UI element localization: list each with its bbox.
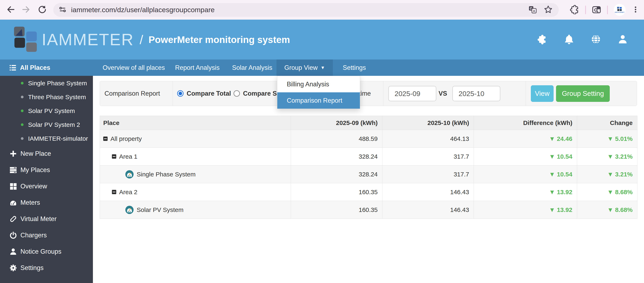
- panel-divider: [383, 81, 384, 106]
- dropdown-item-billing-analysis[interactable]: Billing Analysis: [277, 76, 360, 92]
- caret-down-icon: ▼: [320, 65, 325, 71]
- table-row: Single Phase System 328.24 317.7 ▼ 10.54…: [100, 165, 637, 183]
- extensions-icon[interactable]: [570, 5, 579, 15]
- value-period2: 464.13: [382, 130, 474, 147]
- value-period1: 488.59: [291, 130, 382, 147]
- sidebar-place-single-phase-system[interactable]: Single Phase System: [0, 76, 93, 90]
- browser-menu-kebab-icon[interactable]: [632, 5, 640, 15]
- nav-group-view[interactable]: Group View ▼: [276, 60, 333, 76]
- value-period2: 317.7: [382, 148, 474, 165]
- bookmark-star-icon[interactable]: [544, 5, 552, 15]
- browser-back-button[interactable]: [4, 4, 16, 16]
- translate-icon[interactable]: GA: [528, 5, 537, 15]
- sidebar-item-overview[interactable]: Overview: [0, 178, 93, 194]
- table-row: Area 1 328.24 317.7 ▼ 10.54 ▼ 3.21%: [100, 147, 637, 165]
- sidebar-item-my-places[interactable]: My Places: [0, 162, 93, 178]
- sidebar-item-meters[interactable]: Meters: [0, 194, 93, 211]
- menu-label: My Places: [20, 166, 50, 174]
- value-change: ▼ 3.21%: [577, 148, 637, 165]
- place-name: All property: [110, 135, 142, 142]
- value-difference: ▼ 10.54: [474, 165, 577, 183]
- value-period1: 160.35: [291, 183, 382, 201]
- dropdown-item-comparison-report[interactable]: Comparison Report: [277, 92, 360, 109]
- all-places-toggle[interactable]: All Places: [0, 60, 93, 76]
- person-icon: [9, 247, 17, 256]
- value-period1: 328.24: [291, 148, 382, 165]
- site-settings-icon[interactable]: [59, 6, 66, 14]
- gauge-icon: [9, 198, 17, 207]
- sidebar-place-three-phase-system[interactable]: Three Phase System: [0, 90, 93, 104]
- language-globe-icon[interactable]: [591, 34, 601, 45]
- user-account-icon[interactable]: [618, 34, 628, 45]
- browser-forward-button[interactable]: [20, 4, 32, 16]
- places-stack-icon: [9, 166, 17, 174]
- place-label: Solar PV System: [28, 107, 75, 114]
- list-icon: [9, 64, 17, 72]
- compare-total-label: Compare Total: [187, 90, 231, 97]
- nav-group-view-label: Group View: [284, 64, 318, 72]
- collapse-minus-icon[interactable]: [112, 190, 116, 194]
- browser-reload-button[interactable]: [36, 4, 48, 16]
- date-from-input[interactable]: [388, 86, 436, 101]
- view-button[interactable]: View: [531, 85, 554, 102]
- table-header-row: Place 2025-09 (kWh) 2025-10 (kWh) Differ…: [100, 116, 637, 130]
- value-difference: ▼ 10.54: [474, 148, 577, 165]
- group-setting-button[interactable]: Group Setting: [556, 85, 610, 102]
- value-period2: 146.43: [382, 183, 474, 201]
- sidebar-place-iammeter-simulator[interactable]: IAMMETER-simulator: [0, 132, 93, 145]
- iammeter-logo[interactable]: [14, 26, 38, 53]
- comparison-controls-panel: Comparison Report Compare Total Compare …: [100, 81, 637, 106]
- notifications-bell-icon[interactable]: [564, 34, 574, 45]
- collapse-minus-icon[interactable]: [103, 137, 108, 141]
- sidebar: Single Phase System Three Phase System S…: [0, 76, 93, 283]
- compare-total-radio[interactable]: Compare Total: [177, 81, 231, 106]
- value-period2: 146.43: [382, 201, 474, 218]
- url-bar[interactable]: iammeter.com/dz/user/allplacesgroupcompa…: [53, 3, 559, 17]
- panel-divider: [526, 81, 526, 106]
- browser-profile-avatar[interactable]: DEVICEBIT: [614, 4, 626, 16]
- place-cell: Area 1: [100, 148, 291, 165]
- menu-label: Virtual Meter: [20, 215, 56, 223]
- comparison-table: Place 2025-09 (kWh) 2025-10 (kWh) Differ…: [100, 116, 638, 219]
- sidebar-item-notice-groups[interactable]: Notice Groups: [0, 243, 93, 260]
- svg-text:A: A: [533, 9, 535, 13]
- collapse-minus-icon[interactable]: [112, 154, 116, 159]
- sidebar-item-chargers[interactable]: Chargers: [0, 227, 93, 243]
- place-label: Solar PV System 2: [28, 121, 80, 128]
- sidebar-item-new-place[interactable]: New Place: [0, 145, 93, 162]
- place-label: IAMMETER-simulator: [28, 135, 88, 142]
- side-panel-search-icon[interactable]: [592, 5, 601, 15]
- value-difference: ▼ 24.46: [474, 130, 577, 147]
- nav-overview-of-all-places[interactable]: Overview of all places: [102, 60, 165, 76]
- place-name: Solar PV System: [137, 206, 184, 213]
- col-header-period2: 2025-10 (kWh): [382, 116, 474, 130]
- menu-label: Settings: [20, 264, 44, 272]
- place-label: Single Phase System: [28, 80, 87, 87]
- sidebar-place-solar-pv-system-2[interactable]: Solar PV System 2: [0, 118, 93, 132]
- place-cell: All property: [100, 130, 291, 147]
- status-dot-offline-icon: [21, 96, 24, 98]
- profile-label: DEVICEBIT: [615, 12, 624, 13]
- header-icon-group: [537, 34, 628, 45]
- meter-icon: [125, 205, 134, 214]
- grid-icon: [9, 182, 17, 190]
- nav-settings[interactable]: Settings: [343, 60, 366, 76]
- reload-icon: [37, 5, 46, 15]
- plus-icon: [9, 150, 17, 158]
- radio-unselected-icon[interactable]: [234, 90, 240, 97]
- sidebar-item-virtual-meter[interactable]: Virtual Meter: [0, 211, 93, 227]
- integrations-puzzle-icon[interactable]: [537, 34, 547, 45]
- menu-label: Notice Groups: [20, 248, 61, 255]
- table-row: Area 2 160.35 146.43 ▼ 13.92 ▼ 8.68%: [100, 183, 637, 201]
- value-period1: 160.35: [291, 201, 382, 218]
- place-cell: Area 2: [100, 183, 291, 201]
- nav-report-analysis[interactable]: Report Analysis: [175, 60, 220, 76]
- menu-label: Chargers: [20, 231, 47, 239]
- sidebar-place-solar-pv-system[interactable]: Solar PV System: [0, 104, 93, 118]
- radio-selected-icon[interactable]: [177, 90, 184, 97]
- date-to-input[interactable]: [452, 86, 500, 101]
- nav-solar-analysis[interactable]: Solar Analysis: [232, 60, 272, 76]
- url-text[interactable]: iammeter.com/dz/user/allplacesgroupcompa…: [71, 6, 528, 14]
- sidebar-item-settings[interactable]: Settings: [0, 260, 93, 276]
- value-period2: 317.7: [382, 165, 474, 183]
